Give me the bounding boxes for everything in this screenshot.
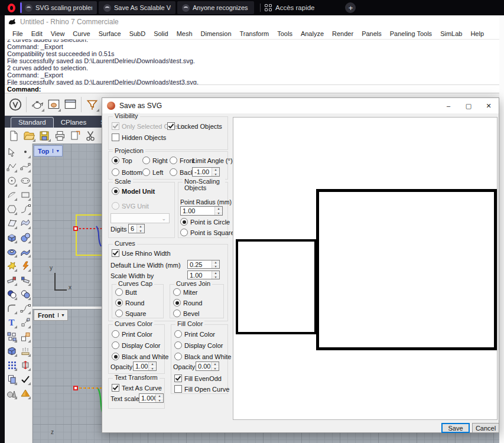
teapot-render-icon[interactable]	[29, 96, 45, 113]
menu-simlab[interactable]: SimLab	[436, 30, 466, 37]
scale-width-by-input[interactable]: ▲▼	[187, 271, 220, 279]
spinner-buttons[interactable]: ▲▼	[212, 260, 219, 268]
cut-scissors-icon[interactable]	[83, 129, 98, 143]
tab-standard[interactable]: Standard	[11, 117, 54, 128]
projection-front-radio[interactable]: Front	[170, 157, 195, 164]
default-line-width-input[interactable]: ▲▼	[187, 260, 220, 269]
locked-objects-checkbox[interactable]: Locked Objects	[167, 122, 222, 130]
fill-evenodd-checkbox[interactable]: Fill EvenOdd	[174, 374, 222, 382]
menu-curve[interactable]: Curve	[69, 30, 94, 37]
curves-black-white-radio[interactable]: Black and White	[112, 353, 168, 360]
save-button[interactable]: Save	[441, 423, 470, 433]
copy-clipboard-icon[interactable]	[67, 129, 83, 143]
selection-filter-icon[interactable]	[84, 96, 100, 113]
extrude-b-tool-icon[interactable]	[19, 273, 32, 287]
polygon-tool-icon[interactable]	[5, 202, 18, 216]
blend-curve-tool-icon[interactable]	[19, 202, 32, 216]
sweep-surface-tool-icon[interactable]	[19, 216, 32, 230]
join-miter-radio[interactable]: Miter	[173, 288, 197, 296]
menu-transform[interactable]: Transform	[236, 30, 274, 37]
viewport-front-label[interactable]: Front ▼	[34, 310, 68, 321]
point-is-square-radio[interactable]: Point is Square	[180, 229, 235, 236]
spinner-buttons[interactable]: ▲▼	[136, 224, 144, 233]
spinner-buttons[interactable]: ▲▼	[148, 362, 156, 370]
floating-viewport-icon[interactable]	[62, 96, 79, 113]
menu-paneling-tools[interactable]: Paneling Tools	[386, 30, 436, 37]
explode-tool-icon[interactable]	[5, 259, 18, 273]
curves-opacity-value[interactable]	[134, 362, 148, 370]
cap-round-radio[interactable]: Round	[115, 299, 144, 307]
fill-black-white-radio[interactable]: Black and White	[174, 353, 231, 360]
projection-back-radio[interactable]: Back	[170, 168, 194, 176]
menu-analyze[interactable]: Analyze	[297, 30, 328, 37]
menu-surface[interactable]: Surface	[95, 30, 125, 37]
text-tool-icon[interactable]: T	[5, 315, 18, 330]
fill-opacity-value[interactable]	[196, 362, 211, 370]
extrude-a-tool-icon[interactable]	[5, 273, 18, 287]
surface-points-tool-icon[interactable]	[5, 216, 18, 230]
spinner-buttons[interactable]: ▲▼	[214, 207, 222, 215]
point-radius-input[interactable]: ▲▼	[180, 206, 223, 216]
menu-edit[interactable]: Edit	[27, 30, 47, 37]
new-document-icon[interactable]	[6, 129, 21, 143]
fillet-flash-tool-icon[interactable]	[19, 259, 32, 273]
transform-tool-icon[interactable]	[19, 330, 32, 344]
text-scale-value[interactable]	[139, 394, 155, 402]
command-history[interactable]: 2 curves added to selection. Command: _E…	[5, 39, 499, 84]
check-tool-icon[interactable]	[19, 372, 32, 386]
join-bevel-radio[interactable]: Bevel	[173, 310, 200, 317]
spinner-buttons[interactable]: ▲▼	[211, 362, 219, 370]
projection-top-radio[interactable]: Top	[112, 157, 132, 164]
browser-tab-3[interactable]: Anyone recognizes this pl	[177, 1, 254, 14]
menu-tools[interactable]: Tools	[273, 30, 297, 37]
point-tool-icon[interactable]	[19, 145, 32, 159]
pyramid-tool-icon[interactable]	[19, 386, 32, 400]
fillet-curve-tool-icon[interactable]	[5, 301, 18, 315]
opera-logo-icon[interactable]	[2, 1, 20, 15]
viewport-menu-caret-icon[interactable]: ▼	[53, 149, 62, 153]
unit-dropdown[interactable]: ⌄	[110, 213, 170, 223]
sphere-tool-icon[interactable]	[19, 230, 32, 245]
extrude-up-tool-icon[interactable]	[19, 344, 32, 358]
boolean-diff-tool-icon[interactable]	[19, 287, 32, 301]
menu-render[interactable]: Render	[328, 30, 357, 37]
save-floppy-icon[interactable]	[37, 129, 52, 143]
print-icon[interactable]	[52, 129, 67, 143]
projection-right-radio[interactable]: Right	[142, 157, 168, 164]
viewport-menu-caret-icon[interactable]: ▼	[58, 313, 67, 317]
patch-tool-icon[interactable]	[19, 245, 32, 259]
limit-angle-input[interactable]: ▲▼	[192, 167, 220, 177]
text-as-curve-checkbox[interactable]: Text As Curve	[112, 384, 162, 392]
menu-panels[interactable]: Panels	[357, 30, 386, 37]
text-scale-input[interactable]: ▲▼	[139, 393, 164, 403]
rectangle-tool-icon[interactable]	[19, 188, 32, 202]
dialog-titlebar[interactable]: Save as SVG – ▢ ✕	[102, 98, 499, 113]
solid-box-tool-icon[interactable]	[5, 344, 18, 358]
cap-butt-radio[interactable]: Butt	[115, 288, 137, 296]
menu-dimension[interactable]: Dimension	[197, 30, 236, 37]
quick-access-button[interactable]: Accès rapide	[265, 4, 314, 11]
svg-unit-radio[interactable]: SVG Unit	[112, 202, 149, 210]
minimize-button[interactable]: –	[438, 99, 459, 113]
browser-tab-1[interactable]: SVG scaling problem - Rh	[20, 1, 97, 14]
spinner-buttons[interactable]: ▲▼	[212, 168, 219, 176]
move-point-tool-icon[interactable]	[19, 315, 32, 330]
spinner-buttons[interactable]: ▲▼	[155, 394, 163, 402]
center-line-tool-icon[interactable]	[19, 358, 32, 372]
array-grid-tool-icon[interactable]	[5, 358, 18, 372]
array-rect-tool-icon[interactable]	[5, 330, 18, 344]
boolean-union-tool-icon[interactable]	[5, 287, 18, 301]
menu-help[interactable]: Help	[466, 30, 488, 37]
pointer-tool-icon[interactable]	[5, 145, 18, 159]
record-history-icon[interactable]	[7, 96, 24, 113]
digits-input[interactable]: ▲▼	[128, 224, 145, 233]
control-curve-tool-icon[interactable]	[19, 159, 32, 174]
arc-tool-icon[interactable]	[5, 188, 18, 202]
curve-point-marker[interactable]	[73, 226, 78, 231]
mesh-solid-tool-icon[interactable]	[5, 386, 18, 400]
model-unit-radio[interactable]: Model Unit	[112, 187, 155, 195]
fill-print-color-radio[interactable]: Print Color	[174, 330, 215, 338]
fill-opacity-input[interactable]: ▲▼	[196, 361, 219, 371]
curves-print-color-radio[interactable]: Print Color	[112, 330, 152, 338]
new-tab-button[interactable]: +	[345, 2, 356, 13]
